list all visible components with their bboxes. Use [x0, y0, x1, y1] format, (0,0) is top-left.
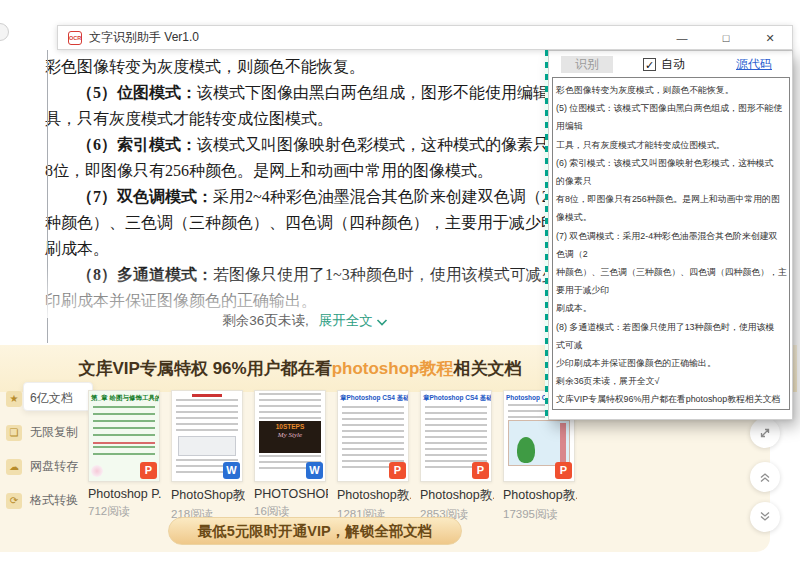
chevron-down-icon	[376, 318, 388, 327]
copy-icon: ❏	[6, 425, 22, 441]
doc-paragraph: （5）位图模式：该模式下图像由黑白两色组成，图形不能使用编辑工具，只有灰度模式才…	[45, 80, 565, 132]
ocr-app-icon: OCR	[68, 31, 82, 45]
file-type-badge: W	[306, 462, 323, 479]
maximize-button[interactable]: □	[704, 26, 748, 49]
screen: 彩色图像转变为灰度模式，则颜色不能恢复。 （5）位图模式：该模式下图像由黑白两色…	[0, 0, 800, 566]
remaining-pages-text: 剩余36页未读,	[222, 313, 308, 328]
doc-thumbnail: 章Photoshop CS4 基础 P	[337, 390, 409, 482]
doc-paragraph: （6）索引模式：该模式又叫图像映射色彩模式，这种模式的像素只有8位，即图像只有2…	[45, 132, 565, 184]
related-doc-card[interactable]: 10STEPS My Style W PHOTOSHOP... 16阅读	[254, 390, 328, 519]
doc-title: Photoshop教...	[420, 487, 494, 504]
expand-view-button[interactable]	[750, 418, 780, 448]
doc-title: PHOTOSHOP...	[254, 487, 328, 501]
file-type-badge: P	[140, 462, 157, 479]
expand-row: 剩余36页未读,展开全文	[45, 312, 565, 330]
ocr-window-titlebar[interactable]: OCR 文字识别助手 Ver1.0 — □ ✕	[57, 25, 793, 50]
scroll-top-button[interactable]	[750, 462, 780, 492]
cloud-icon: ☁	[6, 459, 22, 475]
ocr-panel-toolbar: 识别 ✓ 自动 源代码	[549, 51, 792, 77]
doc-title: PhotoShop教...	[171, 487, 245, 504]
related-doc-card[interactable]: 章Photoshop CS4 基础 P Photoshop教... 2853阅读	[420, 390, 494, 522]
doc-line: 彩色图像转变为灰度模式，则颜色不能恢复。	[45, 54, 565, 80]
doc-title: Photoshop教...	[503, 487, 577, 504]
expand-icon	[758, 426, 772, 440]
doc-paragraph: （7）双色调模式：采用2~4种彩色油墨混合其色阶来创建双色调（2种颜色）、三色调…	[45, 184, 565, 262]
page-edge-button[interactable]	[0, 23, 9, 41]
doc-title: Photoshop教...	[337, 487, 411, 504]
sidebar-item-label: 无限复制	[30, 424, 78, 441]
doc-thumbnail: 10STEPS My Style W	[254, 390, 326, 482]
document-preview: 彩色图像转变为灰度模式，则颜色不能恢复。 （5）位图模式：该模式下图像由黑白两色…	[45, 54, 565, 314]
checkbox-checkmark-icon[interactable]: ✓	[643, 58, 656, 71]
doc-thumbnail: 章Photoshop CS4 基础 P	[420, 390, 492, 482]
file-type-badge: W	[223, 462, 240, 479]
auto-checkbox[interactable]: ✓ 自动	[643, 56, 685, 73]
file-type-badge: P	[555, 462, 572, 479]
file-type-badge: P	[472, 462, 489, 479]
doc-title: Photoshop P...	[88, 487, 162, 501]
scroll-bottom-button[interactable]	[750, 502, 780, 532]
doc-views: 17395阅读	[503, 507, 577, 522]
sidebar-item-label: 6亿文档	[30, 390, 73, 407]
capture-region-left-edge	[47, 50, 48, 343]
double-chevron-up-icon	[758, 470, 772, 484]
close-button[interactable]: ✕	[748, 26, 792, 49]
doc-paragraph: （8）多通道模式：若图像只使用了1~3种颜色时，使用该模式可减少印刷成本并保证图…	[45, 262, 565, 314]
double-chevron-down-icon	[758, 510, 772, 524]
sidebar-item-docs[interactable]: ★ 6亿文档	[6, 390, 73, 407]
window-controls: — □ ✕	[660, 26, 792, 49]
sidebar-item-label: 格式转换	[30, 492, 78, 509]
ocr-result-panel: 识别 ✓ 自动 源代码 彩色图像转变为灰度模式，则颜色不能恢复。 (5) 位图模…	[548, 50, 793, 420]
recognize-button[interactable]: 识别	[561, 56, 613, 73]
sidebar-item-convert[interactable]: ⟳ 格式转换	[6, 492, 78, 509]
doc-thumbnail: W	[171, 390, 243, 482]
auto-checkbox-label: 自动	[661, 56, 685, 73]
source-code-link[interactable]: 源代码	[736, 56, 772, 73]
sidebar-item-copy[interactable]: ❏ 无限复制	[6, 424, 78, 441]
capture-region-dashed-edge	[545, 50, 548, 420]
window-title: 文字识别助手 Ver1.0	[89, 29, 199, 46]
expand-full-text-link[interactable]: 展开全文	[319, 313, 373, 328]
convert-icon: ⟳	[6, 493, 22, 509]
file-type-badge: P	[389, 462, 406, 479]
related-doc-card[interactable]: W PhotoShop教... 218阅读	[171, 390, 245, 522]
minimize-button[interactable]: —	[660, 26, 704, 49]
ocr-result-text[interactable]: 彩色图像转变为灰度模式，则颜色不能恢复。 (5) 位图模式：该模式下图像由黑白两…	[552, 77, 790, 410]
related-doc-card[interactable]: 章Photoshop CS4 基础 P Photoshop教... 1281阅读	[337, 390, 411, 522]
open-vip-button[interactable]: 最低5元限时开通VIP，解锁全部文档	[168, 517, 462, 545]
sidebar-item-cloud-save[interactable]: ☁ 网盘转存	[6, 458, 78, 475]
sidebar-item-label: 网盘转存	[30, 458, 78, 475]
related-doc-card[interactable]: 第_章 绘图与修饰工具的 P Photoshop P... 712阅读	[88, 390, 162, 519]
doc-thumbnail: 第_章 绘图与修饰工具的 P	[88, 390, 160, 482]
star-icon: ★	[6, 391, 22, 407]
doc-views: 712阅读	[88, 504, 162, 519]
